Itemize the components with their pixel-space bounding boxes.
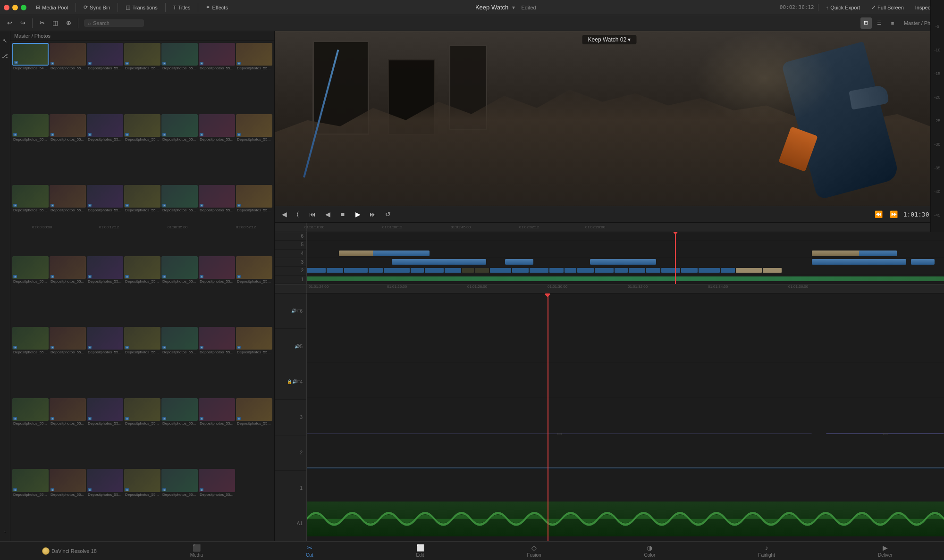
grid-view-button[interactable]: ⊞ bbox=[860, 17, 872, 29]
media-thumb-item[interactable]: ▣Depositphotos_55... bbox=[124, 327, 160, 397]
nav-deliver[interactable]: ▶ Deliver bbox=[868, 542, 902, 560]
small-clip[interactable] bbox=[595, 268, 614, 273]
media-thumb-item[interactable]: ▣Depositphotos_55... bbox=[236, 185, 272, 255]
loop-button[interactable]: ↺ bbox=[382, 209, 394, 220]
clip-3-4[interactable] bbox=[812, 259, 906, 265]
media-thumb-item[interactable]: ▣Depositphotos_55... bbox=[12, 256, 49, 326]
small-clip[interactable] bbox=[721, 268, 735, 273]
media-thumb-item[interactable]: ▣Depositphotos_55... bbox=[124, 114, 160, 184]
search-box[interactable]: ⌕ bbox=[84, 19, 144, 27]
nav-media[interactable]: ⬛ Media bbox=[181, 542, 212, 560]
search-input[interactable] bbox=[93, 20, 140, 26]
small-clip[interactable] bbox=[549, 268, 564, 273]
nav-fairlight[interactable]: ♪ Fairlight bbox=[749, 542, 784, 560]
small-clip[interactable] bbox=[577, 268, 594, 273]
nav-color[interactable]: ◑ Color bbox=[635, 542, 665, 560]
media-thumb-item[interactable]: ▣Depositphotos_55... bbox=[199, 256, 235, 326]
jog-left-button[interactable]: ⟨ bbox=[292, 209, 303, 220]
media-thumb-item[interactable]: ▣Depositphotos_55... bbox=[199, 398, 235, 468]
media-thumb-item[interactable]: ▣Depositphotos_55... bbox=[12, 114, 49, 184]
transitions-button[interactable]: ◫ Transitions bbox=[122, 3, 161, 12]
media-thumb-item[interactable]: ▣Depositphotos_55... bbox=[87, 185, 123, 255]
fullscreen-button[interactable] bbox=[21, 5, 26, 10]
clip-3-1[interactable] bbox=[392, 259, 486, 265]
small-clip[interactable] bbox=[681, 268, 698, 273]
media-thumb-item[interactable]: ▣Depositphotos_55... bbox=[124, 398, 160, 468]
undo-button[interactable]: ↩ bbox=[4, 17, 15, 29]
media-thumb-item[interactable]: ▣Depositphotos_55... bbox=[12, 185, 49, 255]
close-button[interactable] bbox=[4, 5, 9, 10]
cut-tool[interactable]: ✂ bbox=[36, 17, 48, 29]
media-thumb-item[interactable]: ▣Depositphotos_55... bbox=[12, 469, 49, 539]
list-view-button[interactable]: ☰ bbox=[874, 17, 885, 29]
small-clip[interactable] bbox=[490, 268, 511, 273]
media-thumb-item[interactable]: ▣Depositphotos_55... bbox=[236, 114, 272, 184]
media-thumb-item[interactable]: ▣Depositphotos_55... bbox=[124, 256, 160, 326]
play-button[interactable]: ▶ bbox=[352, 209, 363, 220]
film-strip[interactable] bbox=[307, 468, 944, 468]
media-thumb-item[interactable]: ▣Depositphotos_55... bbox=[199, 327, 235, 397]
titles-button[interactable]: T Titles bbox=[169, 3, 194, 12]
prev-frame-button[interactable]: ◀ bbox=[278, 209, 290, 220]
add-to-timeline[interactable]: + bbox=[0, 526, 11, 537]
media-thumb-item[interactable]: ▣Depositphotos_55... bbox=[199, 469, 235, 539]
stop-button[interactable]: ■ bbox=[337, 209, 348, 220]
small-clip[interactable] bbox=[629, 268, 645, 273]
media-thumb-item[interactable]: ▣Depositphotos_55... bbox=[236, 398, 272, 468]
beige-clip[interactable] bbox=[736, 268, 762, 273]
media-thumb-item[interactable]: ▣Depositphotos_55... bbox=[236, 43, 272, 113]
media-thumb-item[interactable]: ▣Depositphotos_55... bbox=[87, 469, 123, 539]
trim-tool[interactable]: ◫ bbox=[50, 17, 61, 29]
media-thumb-item[interactable]: ▣Depositphotos_55... bbox=[161, 327, 198, 397]
effects-button[interactable]: ✦ Effects bbox=[202, 3, 231, 12]
clip-blue-1[interactable] bbox=[373, 251, 430, 256]
media-pool-button[interactable]: ⊞ Media Pool bbox=[32, 3, 72, 12]
zoom-tool[interactable]: ⊕ bbox=[63, 17, 74, 29]
small-clip[interactable] bbox=[445, 268, 461, 273]
prev-clip-button[interactable]: ⏪ bbox=[873, 209, 885, 220]
small-clip[interactable] bbox=[646, 268, 660, 273]
play-reverse-button[interactable]: ◀ bbox=[322, 209, 333, 220]
media-thumb-item[interactable]: ▣Depositphotos_54... bbox=[12, 43, 49, 113]
media-thumb-item[interactable]: ▣Depositphotos_55... bbox=[87, 256, 123, 326]
media-thumb-item[interactable]: ▣Depositphotos_55... bbox=[161, 469, 198, 539]
redo-button[interactable]: ↪ bbox=[17, 17, 28, 29]
beige-clip[interactable] bbox=[763, 268, 782, 273]
media-thumb-item[interactable]: ▣Depositphotos_55... bbox=[124, 43, 160, 113]
small-clip[interactable] bbox=[425, 268, 444, 273]
small-clip[interactable] bbox=[369, 268, 383, 273]
sync-bin-button[interactable]: ⟳ Sync Bin bbox=[80, 3, 114, 12]
media-thumb-item[interactable]: ▣Depositphotos_55... bbox=[161, 114, 198, 184]
media-thumb-item[interactable]: ▣Depositphotos_55... bbox=[87, 398, 123, 468]
nav-edit[interactable]: ⬜ Edit bbox=[406, 542, 433, 560]
clip-3-2[interactable] bbox=[505, 259, 533, 265]
clip-blue-2[interactable] bbox=[859, 251, 897, 256]
small-clip[interactable] bbox=[411, 268, 424, 273]
quick-export-button[interactable]: ↑ Quick Export bbox=[822, 3, 864, 12]
green-track[interactable] bbox=[307, 276, 944, 281]
nav-cut[interactable]: ✂ Cut bbox=[296, 542, 323, 560]
video-clip-2b[interactable]: ⟺ bbox=[826, 433, 944, 434]
media-thumb-item[interactable]: ▣Depositphotos_55... bbox=[161, 398, 198, 468]
media-thumb-item[interactable]: ▣Depositphotos_55... bbox=[50, 114, 86, 184]
media-thumb-item[interactable]: ▣Depositphotos_55... bbox=[161, 256, 198, 326]
go-to-end-button[interactable]: ⏭ bbox=[367, 209, 379, 220]
media-thumb-item[interactable]: ▣Depositphotos_55... bbox=[50, 469, 86, 539]
small-clip[interactable] bbox=[615, 268, 628, 273]
small-clip[interactable] bbox=[565, 268, 576, 273]
media-thumb-item[interactable]: ▣Depositphotos_55... bbox=[87, 114, 123, 184]
media-thumb-item[interactable]: ▣Depositphotos_55... bbox=[50, 185, 86, 255]
media-thumb-item[interactable]: ▣Depositphotos_55... bbox=[199, 114, 235, 184]
select-tool[interactable]: ↖ bbox=[0, 35, 11, 46]
media-thumb-item[interactable]: ▣Depositphotos_55... bbox=[87, 327, 123, 397]
media-thumb-item[interactable]: ▣Depositphotos_55... bbox=[124, 185, 160, 255]
media-thumb-item[interactable]: ▣Depositphotos_55... bbox=[236, 256, 272, 326]
media-thumb-item[interactable]: ▣Depositphotos_55... bbox=[161, 185, 198, 255]
small-clip[interactable] bbox=[307, 268, 326, 273]
small-clip[interactable] bbox=[344, 268, 368, 273]
media-thumb-item[interactable]: ▣Depositphotos_55... bbox=[50, 398, 86, 468]
next-clip-button[interactable]: ⏩ bbox=[888, 209, 900, 220]
small-clip[interactable] bbox=[661, 268, 680, 273]
media-thumb-item[interactable]: ▣Depositphotos_55... bbox=[12, 327, 49, 397]
small-clip[interactable] bbox=[699, 268, 720, 273]
